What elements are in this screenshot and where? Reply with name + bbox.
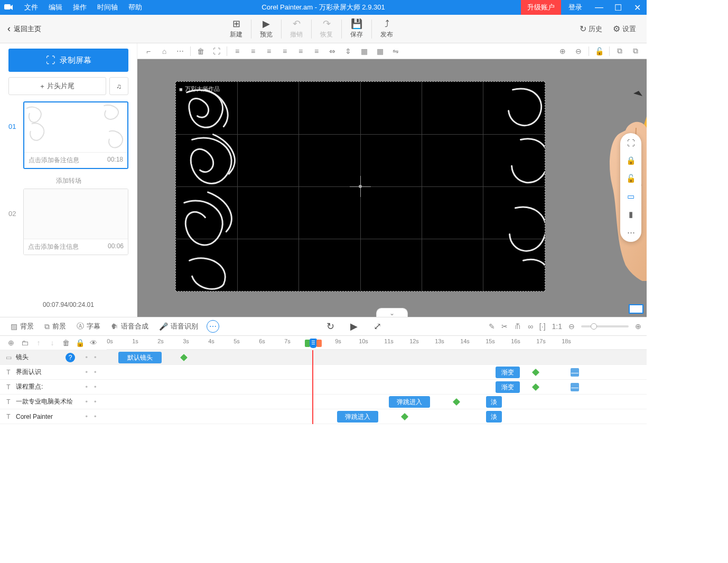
track-content[interactable]: 渐变— xyxy=(107,365,647,379)
add-track-icon[interactable]: ⊕ xyxy=(4,336,18,349)
timeline-clip[interactable]: 默认镜头 xyxy=(118,352,162,363)
zoom-plus-icon[interactable]: ⊕ xyxy=(635,322,641,331)
menu-help[interactable]: 帮助 xyxy=(123,3,147,12)
collapse-handle[interactable]: ⌄ xyxy=(376,308,408,317)
menu-timeline[interactable]: 时间轴 xyxy=(92,3,123,12)
ratio-icon[interactable]: 1:1 xyxy=(552,322,562,331)
login-button[interactable]: 登录 xyxy=(561,3,590,12)
timeline-ruler[interactable]: 0s1s2s3s4s5s6s7s8s9s10s11s12s13s14s15s16… xyxy=(107,336,647,350)
dot-icon[interactable]: • xyxy=(94,412,97,420)
align-center-h-icon[interactable]: ≡ xyxy=(245,44,261,58)
tabs-more-button[interactable]: ⋯ xyxy=(207,320,219,333)
playhead[interactable] xyxy=(312,350,313,424)
minimize-icon[interactable]: — xyxy=(590,0,609,15)
minimap-icon[interactable] xyxy=(629,304,643,314)
dot-icon[interactable]: • xyxy=(94,368,97,376)
align-top-icon[interactable]: ≡ xyxy=(277,44,293,58)
unlock-panel-icon[interactable]: 🔓 xyxy=(626,173,636,184)
timeline-clip[interactable]: 弹跳进入 xyxy=(389,396,430,408)
preview-button[interactable]: ▶预览 xyxy=(251,18,281,39)
track-label[interactable]: TCorel Painter xyxy=(0,413,75,420)
cut-icon[interactable]: ✂ xyxy=(501,322,508,331)
timeline-clip[interactable]: 弹跳进入 xyxy=(337,411,378,423)
music-button[interactable]: ♫ xyxy=(109,77,128,95)
paste-icon[interactable]: ⧉ xyxy=(628,44,643,58)
zoom-in-icon[interactable]: ⊕ xyxy=(555,44,571,58)
timeline-clip[interactable]: 渐变 xyxy=(496,381,520,393)
ruler-icon[interactable]: ⌐ xyxy=(141,44,156,58)
menu-action[interactable]: 操作 xyxy=(68,3,92,12)
track-label[interactable]: T课程重点: xyxy=(0,382,75,391)
dot-icon[interactable]: • xyxy=(85,398,88,406)
expand-icon[interactable]: ⤢ xyxy=(374,321,381,332)
back-home-button[interactable]: ‹ 返回主页 xyxy=(0,23,49,34)
canvas-frame[interactable]: ■ 万彩大师作品 xyxy=(175,81,545,292)
dot-icon[interactable]: • xyxy=(94,383,97,391)
tab-tts[interactable]: 🗣语音合成 xyxy=(106,322,154,331)
distribute-h-icon[interactable]: ⇔ xyxy=(324,44,340,58)
distribute-v-icon[interactable]: ⇕ xyxy=(340,44,356,58)
timeline-clip[interactable]: 淡 xyxy=(486,396,502,408)
fullscreen-icon[interactable]: ⛶ xyxy=(626,137,636,148)
bracket-icon[interactable]: [·] xyxy=(539,322,546,331)
undo-button[interactable]: ↶撤销 xyxy=(282,18,311,39)
redo-button[interactable]: ↷恢复 xyxy=(312,18,341,39)
record-screen-button[interactable]: ⛶ 录制屏幕 xyxy=(8,49,128,72)
minus-icon[interactable]: — xyxy=(571,383,579,391)
canvas-viewport[interactable]: ■ 万彩大师作品 xyxy=(137,59,647,317)
keyframe-icon[interactable] xyxy=(180,353,189,362)
save-button[interactable]: 💾保存 xyxy=(342,18,371,39)
more-icon[interactable]: ⋯ xyxy=(172,44,188,58)
unlock-icon[interactable]: 🔓 xyxy=(591,44,607,58)
settings-button[interactable]: ⚙设置 xyxy=(608,24,641,34)
trash-icon[interactable]: 🗑 xyxy=(193,44,209,58)
desktop-icon[interactable]: ▭ xyxy=(626,191,636,202)
track-content[interactable]: 弹跳进入淡 xyxy=(107,395,647,409)
eye-icon[interactable]: 👁 xyxy=(87,336,100,349)
filter-icon[interactable]: ⫚ xyxy=(514,322,521,331)
dot-icon[interactable]: • xyxy=(94,398,97,406)
mobile-icon[interactable]: ▮ xyxy=(626,209,636,220)
delete-track-icon[interactable]: 🗑 xyxy=(59,336,73,349)
intro-outro-button[interactable]: + 片头片尾 xyxy=(8,77,106,95)
slide-card[interactable]: 点击添加备注信息 00:06 xyxy=(23,189,128,255)
playhead-handle[interactable] xyxy=(308,339,319,350)
slide-note[interactable]: 点击添加备注信息 xyxy=(29,156,79,165)
copy-icon[interactable]: ⧉ xyxy=(612,44,628,58)
play-timeline-icon[interactable]: ▶ xyxy=(350,321,358,332)
zoom-minus-icon[interactable]: ⊖ xyxy=(568,322,575,331)
lock-track-icon[interactable]: 🔒 xyxy=(73,336,87,349)
folder-icon[interactable]: 🗀 xyxy=(18,336,32,349)
send-back-icon[interactable]: ▦ xyxy=(372,44,388,58)
flip-h-icon[interactable]: ⇋ xyxy=(388,44,404,58)
align-bottom-icon[interactable]: ≡ xyxy=(309,44,324,58)
tab-background[interactable]: ▨背景 xyxy=(5,322,39,331)
align-right-icon[interactable]: ≡ xyxy=(261,44,277,58)
dot-icon[interactable]: • xyxy=(85,383,88,391)
tab-foreground[interactable]: ⧉前景 xyxy=(39,322,71,331)
align-left-icon[interactable]: ≡ xyxy=(229,44,245,58)
history-button[interactable]: ↻历史 xyxy=(574,24,608,34)
track-label[interactable]: T界面认识 xyxy=(0,368,75,377)
track-label[interactable]: ▭镜头? xyxy=(0,353,75,362)
menu-file[interactable]: 文件 xyxy=(19,3,43,12)
rewind-icon[interactable]: ↻ xyxy=(326,321,334,332)
track-up-icon[interactable]: ↑ xyxy=(32,336,45,349)
tab-asr[interactable]: 🎤语音识别 xyxy=(154,322,203,331)
link-icon[interactable]: ∞ xyxy=(528,322,533,331)
zoom-out-icon[interactable]: ⊖ xyxy=(571,44,586,58)
slide-note[interactable]: 点击添加备注信息 xyxy=(28,242,79,251)
close-icon[interactable]: ✕ xyxy=(628,0,647,15)
focus-icon[interactable]: ⛶ xyxy=(209,44,225,58)
slide-card[interactable]: 点击添加备注信息 00:18 xyxy=(23,101,128,169)
track-content[interactable]: 默认镜头 xyxy=(107,350,647,364)
menu-edit[interactable]: 编辑 xyxy=(43,3,68,12)
track-down-icon[interactable]: ↓ xyxy=(45,336,59,349)
publish-button[interactable]: ⤴发布 xyxy=(372,18,402,39)
bring-front-icon[interactable]: ▦ xyxy=(356,44,372,58)
dot-icon[interactable]: • xyxy=(85,353,88,361)
upgrade-account-button[interactable]: 升级账户 xyxy=(521,0,561,15)
keyframe-icon[interactable] xyxy=(531,368,540,377)
track-content[interactable]: 弹跳进入淡 xyxy=(107,409,647,424)
help-icon[interactable]: ? xyxy=(66,353,75,362)
